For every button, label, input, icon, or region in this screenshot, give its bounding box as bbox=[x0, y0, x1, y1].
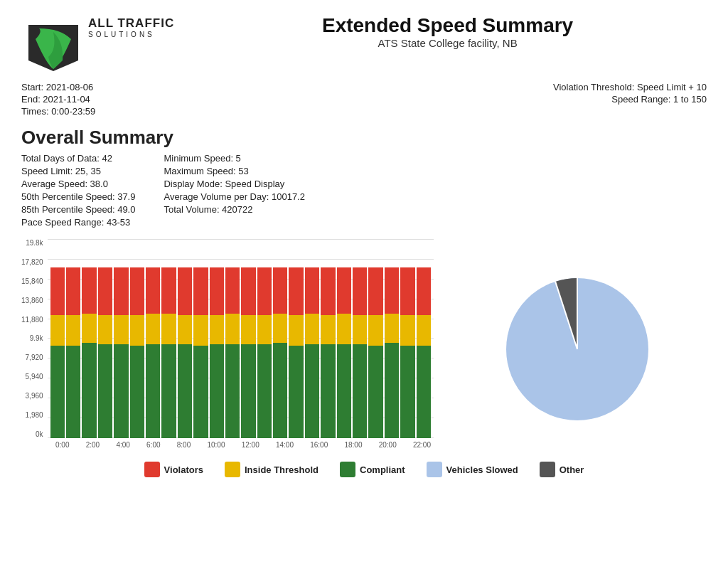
bar-segment-red bbox=[98, 267, 112, 315]
bar-segment-green bbox=[82, 343, 96, 438]
y-axis-label: 9.9k bbox=[30, 334, 43, 342]
bar-stack bbox=[417, 267, 431, 438]
bar-segment-green bbox=[210, 344, 224, 438]
bar-stack bbox=[257, 267, 272, 438]
bar-group bbox=[289, 239, 303, 438]
summary-item: Total Days of Data: 42 bbox=[21, 153, 135, 164]
bar-stack bbox=[161, 267, 176, 438]
bars-and-grid bbox=[48, 239, 434, 438]
bar-stack bbox=[210, 267, 224, 438]
bar-segment-red bbox=[337, 267, 351, 314]
bar-segment-red bbox=[289, 267, 303, 315]
overall-summary: Overall Summary Total Days of Data: 42Sp… bbox=[21, 127, 707, 228]
bars-wrapper bbox=[48, 239, 434, 438]
bar-segment-yellow bbox=[337, 314, 351, 344]
summary-item: Total Volume: 420722 bbox=[164, 204, 305, 215]
bar-segment-yellow bbox=[161, 314, 176, 344]
bar-stack bbox=[98, 267, 112, 438]
bar-group bbox=[337, 239, 351, 438]
meta-left: Start: 2021-08-06 End: 2021-11-04 Times:… bbox=[21, 82, 95, 117]
bar-segment-yellow bbox=[400, 315, 414, 346]
bar-segment-red bbox=[130, 267, 144, 315]
bar-group bbox=[225, 239, 240, 438]
bar-group bbox=[98, 239, 112, 438]
bar-segment-yellow bbox=[66, 315, 80, 346]
bar-chart-container: 19.8k17,82015,84013,86011,8809.9k7,9205,… bbox=[21, 239, 434, 449]
bar-stack bbox=[337, 267, 351, 438]
bar-segment-yellow bbox=[368, 315, 382, 346]
x-axis-label: 6:00 bbox=[146, 441, 160, 449]
bar-segment-green bbox=[289, 346, 303, 438]
bar-segment-red bbox=[257, 267, 272, 315]
bar-segment-yellow bbox=[321, 315, 335, 344]
bar-stack bbox=[305, 267, 319, 438]
bar-segment-yellow bbox=[178, 315, 192, 344]
bar-segment-red bbox=[353, 267, 367, 315]
x-axis-label: 4:00 bbox=[116, 441, 129, 449]
bar-segment-green bbox=[417, 346, 431, 438]
bar-segment-red bbox=[273, 267, 287, 314]
bar-segment-yellow bbox=[114, 315, 128, 344]
bar-segment-red bbox=[210, 267, 224, 315]
bar-group bbox=[273, 239, 287, 438]
y-axis-label: 5,940 bbox=[26, 373, 43, 381]
summary-item: Average Speed: 38.0 bbox=[21, 179, 135, 189]
bar-stack bbox=[225, 267, 240, 438]
pie-chart-container bbox=[448, 250, 707, 449]
bar-segment-red bbox=[82, 267, 96, 314]
bar-stack bbox=[385, 267, 399, 438]
summary-item: 50th Percentile Speed: 37.9 bbox=[21, 191, 135, 202]
bar-segment-red bbox=[225, 267, 240, 314]
bar-segment-green bbox=[321, 344, 335, 438]
bar-segment-red bbox=[368, 267, 382, 315]
x-axis-label: 18:00 bbox=[344, 441, 362, 449]
y-axis-label: 13,860 bbox=[21, 297, 43, 304]
bar-stack bbox=[321, 267, 335, 438]
bar-group bbox=[321, 239, 335, 438]
pie-chart bbox=[499, 271, 655, 427]
meta-section: Start: 2021-08-06 End: 2021-11-04 Times:… bbox=[21, 82, 707, 117]
summary-item: 85th Percentile Speed: 49.0 bbox=[21, 204, 135, 215]
summary-grid: Total Days of Data: 42Speed Limit: 25, 3… bbox=[21, 153, 707, 228]
meta-times: Times: 0:00-23:59 bbox=[21, 106, 95, 117]
bar-group bbox=[257, 239, 272, 438]
bar-segment-red bbox=[305, 267, 319, 314]
bar-segment-green bbox=[337, 344, 351, 438]
legend-color-dot bbox=[427, 462, 442, 477]
x-axis-label: 12:00 bbox=[242, 441, 259, 449]
bar-segment-green bbox=[400, 346, 414, 438]
logo-icon bbox=[21, 18, 85, 75]
summary-item: Maximum Speed: 53 bbox=[164, 166, 305, 176]
bar-segment-green bbox=[50, 346, 65, 438]
bar-segment-green bbox=[305, 344, 319, 438]
bar-segment-yellow bbox=[130, 315, 144, 346]
bar-segment-green bbox=[257, 344, 272, 438]
bar-segment-red bbox=[321, 267, 335, 315]
y-axis-label: 1,980 bbox=[26, 411, 43, 419]
y-axis-label: 11,880 bbox=[21, 316, 43, 324]
bar-segment-red bbox=[50, 267, 65, 315]
meta-speed-range: Speed Range: 1 to 150 bbox=[553, 94, 707, 105]
bar-segment-green bbox=[193, 346, 208, 438]
bar-segment-red bbox=[400, 267, 414, 315]
report-title-block: Extended Speed Summary ATS State College… bbox=[174, 14, 707, 49]
summary-item: Display Mode: Speed Display bbox=[164, 179, 305, 189]
summary-item: Minimum Speed: 5 bbox=[164, 153, 305, 164]
legend-color-dot bbox=[225, 462, 240, 477]
legend-color-dot bbox=[340, 462, 355, 477]
x-axis-label: 8:00 bbox=[177, 441, 191, 449]
bar-segment-yellow bbox=[353, 315, 367, 344]
summary-title: Overall Summary bbox=[21, 127, 707, 149]
bar-segment-green bbox=[114, 344, 128, 438]
bar-group bbox=[66, 239, 80, 438]
y-axis-label: 0k bbox=[36, 430, 43, 438]
bar-segment-yellow bbox=[225, 314, 240, 344]
y-axis-label: 7,920 bbox=[26, 354, 43, 361]
bar-stack bbox=[241, 267, 255, 438]
summary-item: Pace Speed Range: 43-53 bbox=[21, 217, 135, 228]
x-axis-label: 14:00 bbox=[276, 441, 294, 449]
bar-segment-red bbox=[114, 267, 128, 315]
bar-segment-yellow bbox=[305, 314, 319, 344]
bar-segment-green bbox=[66, 346, 80, 438]
logo-line1: ALL TRAFFIC bbox=[88, 17, 174, 31]
